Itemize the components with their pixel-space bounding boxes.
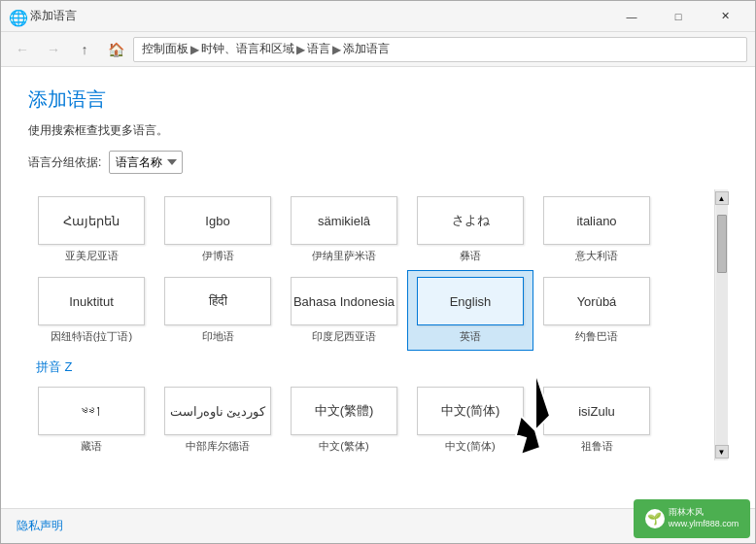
lang-box-0: Հայերեն xyxy=(38,196,145,245)
lang-label-1: 伊博语 xyxy=(202,249,234,263)
lang-cell-13[interactable]: 中文(简体) 中文(简体) xyxy=(407,380,533,460)
lang-label-14: 祖鲁语 xyxy=(581,439,613,454)
maximize-button[interactable]: □ xyxy=(656,1,701,32)
window: 🌐 添加语言 — □ ✕ ← → ↑ 🏠 控制面板 ▶ 时钟、语言和区域 ▶ 语… xyxy=(0,0,756,544)
lang-box-9: Yorùbá xyxy=(543,277,650,325)
address-path: 控制面板 ▶ 时钟、语言和区域 ▶ 语言 ▶ 添加语言 xyxy=(133,37,747,62)
lang-cell-10[interactable]: ༄༅། 藏语 xyxy=(28,380,155,460)
lang-label-4: 意大利语 xyxy=(575,249,618,263)
lang-label-10: 藏语 xyxy=(81,439,102,454)
lang-box-14: isiZulu xyxy=(543,387,650,435)
lang-label-2: 伊纳里萨米语 xyxy=(312,249,376,263)
forward-button[interactable]: → xyxy=(40,37,67,62)
main-content: 添加语言 使用搜索框查找更多语言。 语言分组依据: 语言名称 区域 脚本 Հայ… xyxy=(1,67,755,508)
scroll-up-button[interactable]: ▲ xyxy=(715,191,729,205)
lang-cell-14[interactable]: isiZulu 祖鲁语 xyxy=(533,380,660,460)
lang-label-13: 中文(简体) xyxy=(445,439,495,454)
watermark-text: 雨林木风 www.ylmf888.com xyxy=(669,507,739,529)
path-sep-3: ▶ xyxy=(332,43,341,56)
up-button[interactable]: ↑ xyxy=(71,37,98,62)
path-segment-3: 语言 xyxy=(307,41,330,57)
lang-box-12: 中文(繁體) xyxy=(291,387,397,435)
watermark-brand: 雨林木风 xyxy=(669,507,739,519)
lang-cell-4[interactable]: italiano 意大利语 xyxy=(533,189,660,270)
window-controls: — □ ✕ xyxy=(609,1,747,32)
address-bar: ← → ↑ 🏠 控制面板 ▶ 时钟、语言和区域 ▶ 语言 ▶ 添加语言 xyxy=(1,32,755,67)
lang-label-11: 中部库尔德语 xyxy=(186,439,250,454)
lang-label-9: 约鲁巴语 xyxy=(575,329,618,344)
page-desc: 使用搜索框查找更多语言。 xyxy=(28,122,728,139)
section-header-pinyin: 拼音 Z xyxy=(28,351,660,380)
lang-box-5: Inuktitut xyxy=(38,277,145,325)
window-title: 添加语言 xyxy=(30,8,609,24)
home-button[interactable]: 🏠 xyxy=(102,37,129,62)
watermark-site: www.ylmf888.com xyxy=(669,519,739,530)
lang-cell-8[interactable]: English 英语 xyxy=(407,270,533,351)
window-icon: 🌐 xyxy=(9,9,24,24)
lang-cell-11[interactable]: كوردیێ ناوەراست 中部库尔德语 xyxy=(155,380,281,460)
filter-select[interactable]: 语言名称 区域 脚本 xyxy=(109,151,183,174)
close-button[interactable]: ✕ xyxy=(703,1,747,32)
lang-cell-0[interactable]: Հայերեն 亚美尼亚语 xyxy=(28,189,155,270)
back-button[interactable]: ← xyxy=(9,37,36,62)
lang-cell-2[interactable]: sämikielâ 伊纳里萨米语 xyxy=(281,189,407,270)
path-segment-1: 控制面板 xyxy=(142,41,189,57)
watermark-icon: 🌱 xyxy=(645,509,665,528)
lang-cell-9[interactable]: Yorùbá 约鲁巴语 xyxy=(533,270,660,351)
scroll-thumb[interactable] xyxy=(717,215,727,273)
lang-box-4: italiano xyxy=(543,196,650,245)
minimize-button[interactable]: — xyxy=(609,1,654,32)
language-grid: Հայերեն 亚美尼亚语 Igbo 伊博语 sämikielâ 伊纳里萨米语 … xyxy=(28,189,714,460)
lang-label-7: 印度尼西亚语 xyxy=(312,329,376,344)
lang-box-7: Bahasa Indonesia xyxy=(291,277,397,325)
lang-label-0: 亚美尼亚语 xyxy=(65,249,119,263)
lang-cell-5[interactable]: Inuktitut 因纽特语(拉丁语) xyxy=(28,270,155,351)
lang-label-12: 中文(繁体) xyxy=(319,439,368,454)
lang-box-2: sämikielâ xyxy=(291,196,397,245)
scroll-track xyxy=(716,205,728,445)
lang-box-1: Igbo xyxy=(164,196,271,245)
lang-box-13: 中文(简体) xyxy=(417,387,524,435)
scrollbar[interactable]: ▲ ▼ xyxy=(714,189,728,460)
lang-box-8: English xyxy=(417,277,524,325)
lang-label-3: 彝语 xyxy=(460,249,481,263)
path-segment-4: 添加语言 xyxy=(343,41,390,57)
filter-row: 语言分组依据: 语言名称 区域 脚本 xyxy=(28,151,728,174)
lang-cell-12[interactable]: 中文(繁體) 中文(繁体) xyxy=(281,380,407,460)
lang-box-11: كوردیێ ناوەراست xyxy=(164,387,271,435)
watermark: 🌱 雨林木风 www.ylmf888.com xyxy=(634,499,750,538)
page-title: 添加语言 xyxy=(28,86,728,113)
path-sep-2: ▶ xyxy=(296,43,305,56)
lang-label-5: 因纽特语(拉丁语) xyxy=(51,329,132,344)
path-segment-2: 时钟、语言和区域 xyxy=(201,41,294,57)
lang-cell-6[interactable]: हिंदी 印地语 xyxy=(155,270,281,351)
lang-box-6: हिंदी xyxy=(164,277,271,325)
lang-cell-7[interactable]: Bahasa Indonesia 印度尼西亚语 xyxy=(281,270,407,351)
filter-label: 语言分组依据: xyxy=(28,154,101,171)
lang-box-10: ༄༅། xyxy=(38,387,145,435)
lang-cell-3[interactable]: さよね 彝语 xyxy=(407,189,533,270)
privacy-link[interactable]: 隐私声明 xyxy=(17,518,63,534)
language-grid-container: Հայերեն 亚美尼亚语 Igbo 伊博语 sämikielâ 伊纳里萨米语 … xyxy=(28,189,728,460)
lang-box-3: さよね xyxy=(417,196,524,245)
path-sep-1: ▶ xyxy=(190,43,199,56)
scroll-down-button[interactable]: ▼ xyxy=(715,445,729,459)
lang-label-8: 英语 xyxy=(460,329,481,344)
title-bar: 🌐 添加语言 — □ ✕ xyxy=(1,1,755,32)
lang-label-6: 印地语 xyxy=(202,329,234,344)
lang-cell-1[interactable]: Igbo 伊博语 xyxy=(155,189,281,270)
